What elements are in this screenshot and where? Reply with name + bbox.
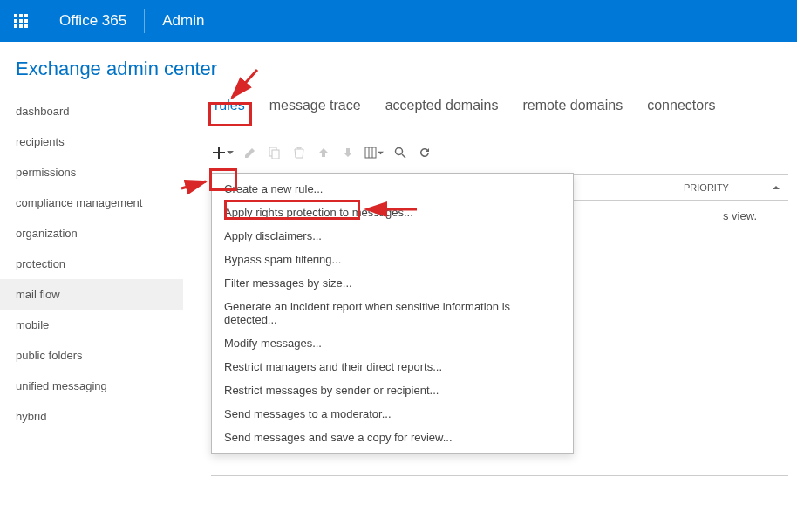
dd-apply-rights[interactable]: Apply rights protection to messages...: [212, 201, 573, 224]
add-rule-dropdown: Create a new rule... Apply rights protec…: [211, 173, 574, 454]
toolbar: Create a new rule... Apply rights protec…: [211, 143, 788, 162]
svg-line-15: [402, 154, 405, 158]
sidebar-item-mobile[interactable]: mobile: [16, 310, 174, 340]
sidebar-item-unifiedmessaging[interactable]: unified messaging: [16, 371, 174, 401]
tab-rules[interactable]: rules: [211, 96, 249, 115]
move-down-button: [338, 143, 358, 162]
col-priority[interactable]: PRIORITY: [675, 175, 788, 200]
dd-restrict-managers[interactable]: Restrict managers and their direct repor…: [212, 355, 573, 379]
svg-rect-0: [14, 14, 17, 17]
svg-rect-10: [272, 150, 279, 159]
dd-apply-disclaimers[interactable]: Apply disclaimers...: [212, 224, 573, 248]
svg-rect-2: [24, 14, 28, 17]
arrow-up-icon: [317, 147, 330, 159]
sidebar: dashboard recipients permissions complia…: [0, 96, 174, 476]
tab-remote-domains[interactable]: remote domains: [519, 96, 626, 115]
search-button[interactable]: [391, 143, 410, 162]
trash-icon: [293, 147, 305, 159]
sidebar-item-permissions[interactable]: permissions: [16, 157, 174, 188]
svg-rect-11: [365, 147, 376, 158]
sidebar-item-publicfolders[interactable]: public folders: [16, 340, 174, 371]
sidebar-item-recipients[interactable]: recipients: [16, 126, 174, 157]
svg-rect-1: [19, 14, 23, 17]
table-bottom-border: [211, 475, 788, 476]
sidebar-item-mailflow[interactable]: mail flow: [0, 279, 183, 310]
pencil-icon: [244, 147, 256, 159]
tab-strip: rules message trace accepted domains rem…: [211, 96, 788, 115]
columns-button[interactable]: [363, 143, 385, 162]
dd-filter-size[interactable]: Filter messages by size...: [212, 271, 573, 295]
search-icon: [394, 147, 406, 159]
sidebar-item-hybrid[interactable]: hybrid: [16, 401, 174, 432]
dd-restrict-sender[interactable]: Restrict messages by sender or recipient…: [212, 379, 573, 402]
dd-bypass-spam[interactable]: Bypass spam filtering...: [212, 248, 573, 271]
svg-rect-5: [24, 19, 28, 23]
plus-icon: [213, 147, 225, 159]
sidebar-item-protection[interactable]: protection: [16, 249, 174, 279]
sort-asc-icon: [773, 184, 780, 191]
tab-message-trace[interactable]: message trace: [266, 96, 364, 115]
columns-icon: [364, 147, 377, 159]
tab-connectors[interactable]: connectors: [644, 96, 719, 115]
col-priority-label: PRIORITY: [684, 182, 729, 193]
delete-button: [290, 143, 309, 162]
edit-button: [241, 143, 260, 162]
dd-save-copy[interactable]: Send messages and save a copy for review…: [212, 426, 573, 449]
svg-point-14: [396, 148, 403, 155]
copy-icon: [269, 147, 281, 159]
sidebar-item-organization[interactable]: organization: [16, 218, 174, 249]
tab-accepted-domains[interactable]: accepted domains: [382, 96, 502, 115]
chevron-down-icon: [227, 149, 234, 156]
waffle-icon: [14, 14, 28, 28]
global-header: Office 365 Admin: [0, 0, 797, 42]
svg-rect-4: [19, 19, 23, 23]
svg-rect-8: [24, 24, 28, 28]
svg-rect-6: [14, 24, 17, 28]
svg-rect-3: [14, 19, 17, 23]
chevron-down-icon: [378, 150, 384, 156]
dd-incident-report[interactable]: Generate an incident report when sensiti…: [212, 295, 573, 331]
app-launcher-button[interactable]: [0, 0, 42, 42]
svg-rect-7: [19, 24, 23, 28]
empty-message: s view.: [565, 201, 757, 231]
app-label[interactable]: Admin: [145, 12, 221, 30]
refresh-button[interactable]: [415, 143, 434, 162]
sidebar-item-compliance[interactable]: compliance management: [16, 188, 174, 218]
move-up-button: [314, 143, 333, 162]
dd-moderator[interactable]: Send messages to a moderator...: [212, 402, 573, 426]
dd-create-new-rule[interactable]: Create a new rule...: [212, 177, 573, 201]
arrow-down-icon: [342, 147, 354, 159]
copy-button: [265, 143, 284, 162]
brand-label[interactable]: Office 365: [42, 12, 144, 30]
add-rule-button[interactable]: Create a new rule... Apply rights protec…: [211, 143, 235, 162]
dd-modify-messages[interactable]: Modify messages...: [212, 331, 573, 355]
sidebar-item-dashboard[interactable]: dashboard: [16, 96, 174, 126]
main-content: rules message trace accepted domains rem…: [174, 96, 797, 476]
page-title: Exchange admin center: [16, 58, 797, 80]
refresh-icon: [419, 147, 431, 159]
